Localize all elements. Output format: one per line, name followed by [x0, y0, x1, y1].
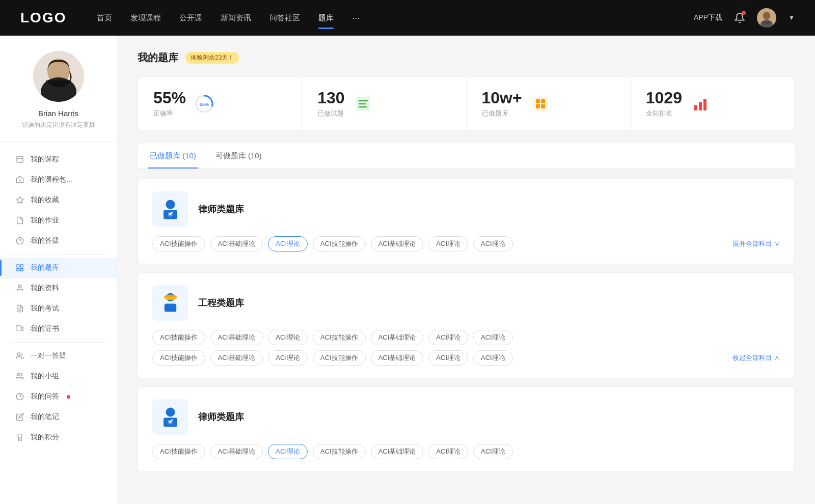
- sidebar-item-qbank[interactable]: 我的题库: [0, 258, 117, 278]
- nav-qbank[interactable]: 题库: [318, 11, 334, 25]
- sidebar-item-favorites[interactable]: 我的收藏: [0, 190, 117, 210]
- stat-done-b-value: 10w+: [482, 90, 522, 106]
- tag-item[interactable]: ACI基础理论: [210, 350, 263, 366]
- sidebar-item-course[interactable]: 我的课程: [0, 149, 117, 170]
- tag-item[interactable]: ACI技能操作: [313, 444, 366, 459]
- tab-available-banks[interactable]: 可做题库 (10): [213, 143, 264, 168]
- sidebar-item-group[interactable]: 我的小组: [0, 366, 117, 386]
- svg-point-1: [763, 12, 770, 20]
- sidebar-item-points[interactable]: 我的积分: [0, 427, 117, 447]
- stat-done-q-label: 已做试题: [317, 109, 344, 118]
- tag-item[interactable]: ACI技能操作: [152, 236, 205, 251]
- sidebar-item-qa-mine[interactable]: 我的答疑: [0, 231, 117, 251]
- tag-item[interactable]: ACI基础理论: [210, 236, 263, 251]
- package-label: 我的课程包...: [31, 175, 72, 184]
- qbank-1-title: 律师类题库: [198, 203, 244, 215]
- sidebar-item-exam[interactable]: 我的考试: [0, 298, 117, 319]
- profile-section: Brian Harris 错误的决定比没有决定要好: [0, 51, 117, 142]
- nav-menu: 首页 发现课程 公开课 新闻资讯 问答社区 题库 ···: [97, 11, 694, 25]
- cert-label: 我的证书: [31, 324, 59, 333]
- stat-ranking: 1029 全站排名: [631, 77, 794, 130]
- nav-more[interactable]: ···: [352, 13, 360, 23]
- tag-item[interactable]: ACI理论: [268, 330, 308, 345]
- tag-item[interactable]: ACI技能操作: [152, 330, 205, 345]
- layout: Brian Harris 错误的决定比没有决定要好 我的课程 我的课程包...: [0, 36, 815, 504]
- stat-accuracy-label: 正确率: [153, 109, 186, 118]
- group-icon: [15, 372, 24, 381]
- svg-point-22: [17, 353, 20, 355]
- qbank-card-2: 工程类题库 ACI技能操作 ACI基础理论 ACI理论 ACI技能操作 ACI基…: [138, 272, 795, 378]
- collapse-link-2[interactable]: 收起全部科目 ∧: [732, 353, 780, 362]
- stat-done-banks: 10w+ 已做题库: [467, 77, 631, 130]
- tag-item[interactable]: ACI技能操作: [152, 350, 205, 366]
- tag-item[interactable]: ACI理论: [268, 350, 308, 366]
- tag-item[interactable]: ACI基础理论: [210, 444, 263, 459]
- tab-done-banks[interactable]: 已做题库 (10): [148, 143, 198, 168]
- tag-item[interactable]: ACI技能操作: [313, 236, 366, 251]
- tag-item[interactable]: ACI基础理论: [371, 444, 424, 459]
- pie-chart-icon: 55%: [194, 94, 214, 114]
- nav-open-course[interactable]: 公开课: [179, 11, 202, 25]
- tag-item[interactable]: ACI理论: [428, 330, 468, 345]
- qbank-3-icon: [152, 399, 188, 435]
- svg-rect-34: [533, 97, 548, 111]
- svg-text:55%: 55%: [200, 102, 209, 107]
- tag-item[interactable]: ACI基础理论: [371, 236, 424, 251]
- favorites-label: 我的收藏: [31, 195, 59, 205]
- svg-rect-49: [164, 303, 176, 312]
- stat-rank-label: 全站排名: [646, 109, 682, 118]
- tag-item[interactable]: ACI理论: [473, 330, 513, 345]
- tag-item[interactable]: ACI理论: [473, 350, 513, 366]
- app-download-link[interactable]: APP下载: [694, 13, 722, 22]
- tag-item[interactable]: ACI技能操作: [152, 444, 205, 459]
- tag-item[interactable]: ACI理论: [428, 350, 468, 366]
- tag-item[interactable]: ACI基础理论: [371, 350, 424, 366]
- nav-home[interactable]: 首页: [97, 11, 112, 25]
- sidebar-menu: 我的课程 我的课程包... 我的收藏 我的作业: [0, 142, 117, 455]
- svg-rect-16: [20, 268, 23, 271]
- sidebar-item-one-on-one[interactable]: 一对一答疑: [0, 346, 117, 366]
- stat-rank-value: 1029: [646, 90, 682, 106]
- tag-item[interactable]: ACI基础理论: [210, 330, 263, 345]
- svg-marker-11: [16, 197, 23, 203]
- sidebar-item-cert[interactable]: 我的证书: [0, 319, 117, 339]
- notification-bell[interactable]: [732, 11, 747, 25]
- sidebar-item-profile-data[interactable]: 我的资料: [0, 278, 117, 298]
- nav-news[interactable]: 新闻资讯: [221, 11, 251, 25]
- logo[interactable]: LOGO: [20, 10, 66, 26]
- tag-item[interactable]: ACI技能操作: [313, 350, 366, 366]
- svg-rect-39: [694, 105, 697, 110]
- nav-qa[interactable]: 问答社区: [269, 11, 300, 25]
- sidebar-item-my-qa[interactable]: 我的问答: [0, 386, 117, 407]
- qbank-3-title: 律师类题库: [198, 411, 244, 423]
- sidebar-item-notes[interactable]: 我的笔记: [0, 407, 117, 427]
- user-dropdown-arrow[interactable]: ▼: [789, 14, 795, 21]
- qa-badge: [67, 395, 70, 399]
- svg-point-42: [166, 200, 175, 209]
- menu-divider-1: [10, 254, 106, 255]
- one-on-one-label: 一对一答疑: [31, 351, 66, 360]
- sidebar-item-package[interactable]: 我的课程包...: [0, 170, 117, 190]
- tag-item[interactable]: ACI理论: [428, 444, 468, 459]
- course-icon: [15, 155, 24, 164]
- tabs: 已做题库 (10) 可做题库 (10): [138, 143, 795, 169]
- tag-item[interactable]: ACI理论: [473, 236, 513, 251]
- svg-point-26: [18, 434, 22, 438]
- exam-icon: [15, 304, 24, 313]
- tag-item[interactable]: ACI理论: [473, 444, 513, 459]
- user-avatar[interactable]: [757, 8, 776, 27]
- tag-item-active[interactable]: ACI理论: [268, 236, 308, 251]
- cert-icon: [15, 324, 24, 333]
- tag-item[interactable]: ACI基础理论: [371, 330, 424, 345]
- sidebar-item-homework[interactable]: 我的作业: [0, 210, 117, 231]
- expand-link-1[interactable]: 展开全部科目 ∨: [732, 239, 780, 248]
- navbar-right: APP下载 ▼: [694, 8, 795, 27]
- tag-item[interactable]: ACI技能操作: [313, 330, 366, 345]
- notes-label: 我的笔记: [31, 412, 59, 422]
- tag-item-active[interactable]: ACI理论: [268, 444, 308, 459]
- homework-label: 我的作业: [31, 216, 59, 225]
- page-header: 我的题库 体验剩余23天！: [138, 51, 795, 65]
- nav-discover[interactable]: 发现课程: [130, 11, 161, 25]
- group-label: 我的小组: [31, 372, 59, 381]
- tag-item[interactable]: ACI理论: [428, 236, 468, 251]
